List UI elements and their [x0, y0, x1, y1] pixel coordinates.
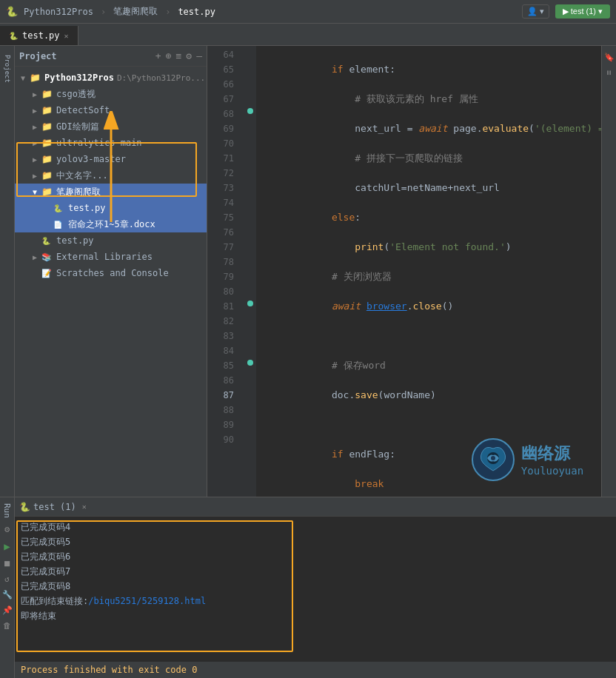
- tree-arrow-biquge: ▼: [33, 188, 41, 196]
- code-line-66: next_url = await page.evaluate('(element…: [262, 121, 595, 136]
- tree-item-cn-folder[interactable]: ▶ 📁 中文名字...: [15, 167, 207, 184]
- ln-73: 73: [207, 181, 238, 195]
- root-label: Python312Pros: [44, 73, 114, 83]
- tree-item-gdi[interactable]: ▶ 📁 GDI绘制篇: [15, 118, 207, 135]
- ln-65: 65: [207, 62, 238, 77]
- project-icon: 🐍: [6, 6, 18, 17]
- tree-item-ultralytics[interactable]: ▶ 📁 ultralytics-main: [15, 135, 207, 151]
- code-line-70: print('Element not found.'): [262, 240, 595, 255]
- tab-close-button[interactable]: ✕: [64, 32, 69, 40]
- yolo-folder-icon: 📁: [41, 154, 53, 164]
- run-settings-icon[interactable]: ⚙: [4, 524, 10, 534]
- scratch-icon-el: 📝: [41, 268, 53, 278]
- run-side-label[interactable]: Run: [2, 503, 12, 518]
- code-line-65: # 获取该元素的 href 属性: [262, 92, 595, 107]
- ln-87: 87: [207, 388, 238, 403]
- gutter-mark-83: [247, 301, 253, 306]
- run-output-line-end: 即将结束: [21, 608, 610, 623]
- run-pin-icon[interactable]: 📌: [2, 605, 13, 615]
- ln-90: 90: [207, 432, 238, 447]
- add-folder-icon[interactable]: +: [155, 50, 161, 61]
- breadcrumb-folder: 笔趣阁爬取: [113, 5, 158, 18]
- settings-icon[interactable]: ⚙: [186, 50, 192, 61]
- code-line-71: # 关闭浏览器: [262, 269, 595, 284]
- run-config-button[interactable]: ▶ test (1) ▾: [555, 4, 610, 19]
- title-bar-actions: 👤 ▾ ▶ test (1) ▾: [522, 4, 610, 19]
- gutter-mark-68: [247, 108, 253, 114]
- tab-py-icon: 🐍: [9, 32, 18, 40]
- tree-item-extlib[interactable]: ▶ 📚 External Libraries: [15, 249, 207, 265]
- sidebar-project-tab[interactable]: Project: [2, 52, 13, 86]
- tree-item-detectsoft[interactable]: ▶ 📁 DetectSoft: [15, 102, 207, 118]
- run-stop-icon[interactable]: ■: [4, 558, 10, 568]
- tree-item-docx[interactable]: 📄 宿命之环1~5章.docx: [15, 216, 207, 232]
- gdi-folder-icon: 📁: [41, 121, 53, 132]
- ln-72: 72: [207, 166, 238, 181]
- biquge-label: 笔趣阁爬取: [56, 186, 101, 198]
- bookmarks-icon[interactable]: 🔖: [604, 52, 614, 61]
- run-output-line-5: 已完成页码8: [21, 579, 610, 594]
- ln-71: 71: [207, 151, 238, 166]
- run-tab-test[interactable]: 🐍 test (1) ✕: [19, 502, 87, 512]
- tree-item-testpy-child[interactable]: 🐍 test.py: [15, 200, 207, 216]
- user-menu-button[interactable]: 👤 ▾: [522, 4, 549, 19]
- run-content: 🐍 test (1) ✕ 已完成页码4 已完成页码5 已完成页码6 已完成页码7…: [15, 497, 616, 678]
- ln-77: 77: [207, 240, 238, 255]
- run-status-bar: Process finished with exit code 0: [15, 662, 616, 678]
- run-output-line-4: 已完成页码7: [21, 564, 610, 579]
- tree-arrow-extlib: ▶: [33, 253, 41, 261]
- run-output-url[interactable]: /biqu5251/5259128.html: [88, 596, 206, 606]
- ln-74: 74: [207, 195, 238, 210]
- breadcrumb-sep1: ›: [101, 7, 106, 17]
- minimize-icon[interactable]: —: [196, 50, 202, 61]
- root-folder-icon: 📁: [30, 73, 41, 83]
- add-icon[interactable]: ⊕: [166, 50, 172, 61]
- testpy-sib-label: test.py: [56, 235, 94, 246]
- bottom-panel: Run ⚙ ▶ ■ ↺ 🔧 📌 🗑 🐍 test (1) ✕ 已完成页码4 已完…: [0, 497, 616, 678]
- tree-arrow-ultra: ▶: [33, 139, 41, 147]
- run-trash-icon[interactable]: 🗑: [3, 621, 11, 631]
- project-panel-title: Project: [19, 51, 151, 61]
- ln-78: 78: [207, 255, 238, 269]
- ln-76: 76: [207, 225, 238, 240]
- tree-item-testpy-sibling[interactable]: 🐍 test.py: [15, 232, 207, 249]
- ln-75: 75: [207, 210, 238, 225]
- run-tab-label: test (1): [33, 502, 76, 512]
- code-line-76: [262, 417, 595, 432]
- run-tools-icon[interactable]: 🔧: [2, 590, 13, 600]
- tree-item-csgo[interactable]: ▶ 📁 csgo透视: [15, 86, 207, 102]
- tree-arrow-cn: ▶: [33, 172, 41, 180]
- collapse-icon[interactable]: ≡: [176, 50, 182, 61]
- run-status-text: Process finished with exit code 0: [21, 665, 197, 675]
- ln-86: 86: [207, 373, 238, 388]
- tree-root-item[interactable]: ▼ 📁 Python312Pros D:\Python312Pro...: [15, 70, 207, 86]
- root-path: D:\Python312Pro...: [117, 73, 205, 83]
- tab-test-py[interactable]: 🐍 test.py ✕: [0, 26, 78, 45]
- ln-85: 85: [207, 358, 238, 373]
- detect-label: DetectSoft: [56, 105, 110, 115]
- code-line-78: break: [262, 477, 595, 491]
- run-play-icon[interactable]: ▶: [4, 540, 10, 552]
- structure-icon[interactable]: ≡: [604, 70, 614, 75]
- run-output-line-3: 已完成页码6: [21, 549, 610, 564]
- testpy-child-icon: 🐍: [53, 203, 65, 213]
- ln-89: 89: [207, 417, 238, 432]
- run-tab-close[interactable]: ✕: [82, 503, 87, 511]
- run-output-line-1: 已完成页码4: [21, 520, 610, 534]
- csgo-folder-icon: 📁: [41, 89, 53, 99]
- code-line-69: else:: [262, 210, 595, 225]
- ln-64: 64: [207, 47, 238, 62]
- ln-81: 81: [207, 299, 238, 314]
- biquge-folder-icon: 📁: [41, 187, 53, 197]
- tree-item-yolov3[interactable]: ▶ 📁 yolov3-master: [15, 151, 207, 167]
- run-rerun-icon[interactable]: ↺: [4, 574, 10, 584]
- tree-item-biquge[interactable]: ▼ 📁 笔趣阁爬取: [15, 184, 207, 200]
- tree-item-scratches[interactable]: 📝 Scratches and Console: [15, 265, 207, 281]
- yolo-label: yolov3-master: [56, 154, 126, 164]
- code-line-64: if element:: [262, 62, 595, 77]
- extlib-icon: 📚: [41, 252, 53, 262]
- ln-69: 69: [207, 121, 238, 136]
- ln-82: 82: [207, 314, 238, 329]
- ultra-folder-icon: 📁: [41, 138, 53, 148]
- code-line-67: # 拼接下一页爬取的链接: [262, 151, 595, 166]
